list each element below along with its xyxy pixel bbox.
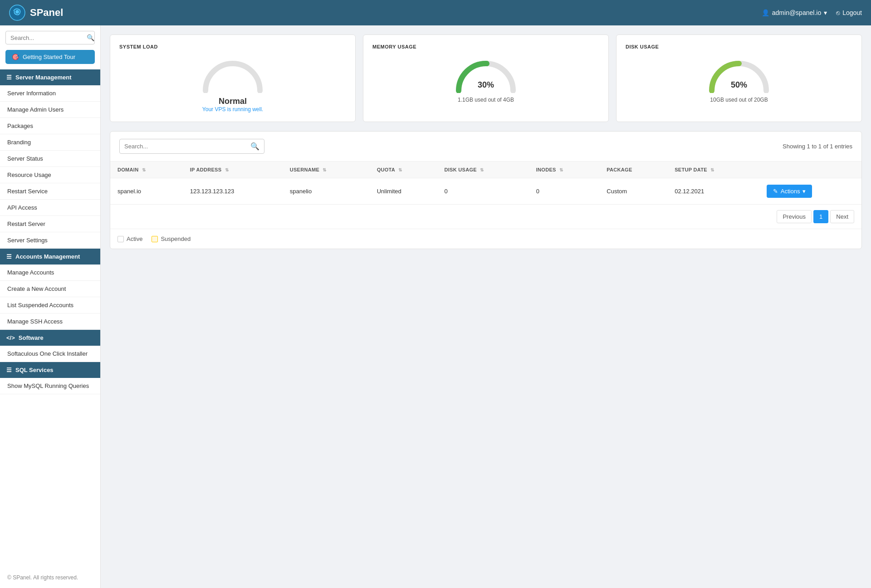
logout-button[interactable]: ⎋ Logout [836,9,862,16]
section-header-server-management: ☰ Server Management [0,69,100,85]
getting-started-icon: 🎯 [12,54,19,60]
cell-package: Custom [599,178,667,205]
table-header-row: DOMAIN ⇅ IP ADDRESS ⇅ USERNAME ⇅ QUOTA ⇅… [110,162,861,178]
sidebar-item-server-information[interactable]: Server Information [0,85,100,102]
actions-button[interactable]: ✎ Actions ▾ [767,185,812,198]
sidebar-search-icon: 🔍 [87,34,94,41]
memory-usage-sub: 1.1GB used out of 4GB [458,97,514,103]
table-search-icon: 🔍 [250,142,259,151]
actions-chevron-icon: ▾ [802,188,806,195]
sidebar-item-manage-accounts[interactable]: Manage Accounts [0,265,100,281]
sidebar-item-server-settings[interactable]: Server Settings [0,232,100,249]
getting-started-button[interactable]: 🎯 Getting Started Tour [5,50,95,64]
logout-label: Logout [842,9,862,16]
sidebar-item-softaculous[interactable]: Softaculous One Click Installer [0,346,100,362]
col-inodes: INODES ⇅ [529,162,600,178]
main-layout: 🔍 🎯 Getting Started Tour ☰ Server Manage… [0,25,871,588]
table-search-wrap: 🔍 [119,139,264,154]
sidebar: 🔍 🎯 Getting Started Tour ☰ Server Manage… [0,25,101,588]
legend-suspended-label: Suspended [161,235,191,242]
sidebar-footer: © SPanel. All rights reserved. [0,567,100,588]
user-email: admin@spanel.io [772,9,821,16]
sidebar-item-resource-usage[interactable]: Resource Usage [0,167,100,183]
col-actions [759,162,861,178]
sidebar-item-create-new-account[interactable]: Create a New Account [0,281,100,297]
svg-text:30%: 30% [478,80,494,89]
sort-icon-username[interactable]: ⇅ [323,167,326,172]
sidebar-item-branding[interactable]: Branding [0,134,100,151]
table-search-input[interactable] [124,143,250,150]
logout-icon: ⎋ [836,9,840,16]
content-area: SYSTEM LOAD Normal Your VPS is running w… [101,25,871,588]
cell-disk-usage: 0 [437,178,528,205]
cell-inodes: 0 [529,178,600,205]
sidebar-item-packages[interactable]: Packages [0,118,100,134]
sql-services-icon: ☰ [6,367,12,373]
sidebar-item-restart-server[interactable]: Restart Server [0,216,100,232]
page-1-button[interactable]: 1 [813,210,828,223]
sort-icon-inodes[interactable]: ⇅ [559,167,563,172]
section-label-server-management: Server Management [15,74,72,81]
sidebar-item-list-suspended-accounts[interactable]: List Suspended Accounts [0,297,100,314]
disk-usage-svg: 50% [707,57,771,93]
system-load-title: SYSTEM LOAD [119,44,346,49]
col-domain: DOMAIN ⇅ [110,162,183,178]
legend-suspended: Suspended [152,235,191,242]
svg-point-1 [15,10,19,14]
actions-edit-icon: ✎ [773,188,778,195]
sidebar-item-api-access[interactable]: API Access [0,200,100,216]
sidebar-search-input[interactable] [10,34,87,41]
cell-actions: ✎ Actions ▾ [759,178,861,205]
col-setup-date: SETUP DATE ⇅ [667,162,759,178]
table-row: spanel.io 123.123.123.123 spanelio Unlim… [110,178,861,205]
legend-active-label: Active [127,235,142,242]
section-header-sql-services: ☰ SQL Services [0,362,100,378]
disk-usage-sub: 10GB used out of 20GB [710,97,768,103]
sidebar-item-restart-service[interactable]: Restart Service [0,183,100,200]
sort-icon-domain[interactable]: ⇅ [142,167,146,172]
col-quota: QUOTA ⇅ [370,162,437,178]
next-page-button[interactable]: Next [830,210,854,223]
legend-active-box [117,236,124,242]
system-load-value: Normal [219,97,247,106]
system-load-card: SYSTEM LOAD Normal Your VPS is running w… [110,34,356,122]
section-label-accounts-management: Accounts Management [15,253,80,260]
cell-username: spanelio [283,178,370,205]
software-icon: </> [6,334,15,341]
sort-icon-setup[interactable]: ⇅ [710,167,714,172]
memory-usage-title: MEMORY USAGE [372,44,599,49]
section-header-software: </> Software [0,330,100,346]
logo: SPanel [9,5,63,21]
previous-page-button[interactable]: Previous [777,210,812,223]
sidebar-item-server-status[interactable]: Server Status [0,151,100,167]
sort-icon-quota[interactable]: ⇅ [398,167,402,172]
logo-icon [9,5,25,21]
accounts-table-card: 🔍 Showing 1 to 1 of 1 entries DOMAIN ⇅ I… [110,131,862,249]
showing-text: Showing 1 to 1 of 1 entries [783,143,852,150]
memory-usage-svg: 30% [454,57,518,93]
disk-usage-gauge: 50% 10GB used out of 20GB [626,57,852,103]
header: SPanel 👤 admin@spanel.io ▾ ⎋ Logout [0,0,871,25]
section-label-software: Software [19,334,44,341]
system-load-sub: Your VPS is running well. [202,106,263,113]
user-menu[interactable]: 👤 admin@spanel.io ▾ [762,9,827,16]
sidebar-item-manage-ssh-access[interactable]: Manage SSH Access [0,314,100,330]
sidebar-item-manage-admin-users[interactable]: Manage Admin Users [0,102,100,118]
accounts-table: DOMAIN ⇅ IP ADDRESS ⇅ USERNAME ⇅ QUOTA ⇅… [110,162,861,204]
sort-icon-disk[interactable]: ⇅ [480,167,484,172]
table-toolbar: 🔍 Showing 1 to 1 of 1 entries [110,132,861,162]
legend-row: Active Suspended [110,229,861,249]
section-header-accounts-management: ☰ Accounts Management [0,249,100,265]
system-load-gauge: Normal Your VPS is running well. [119,57,346,113]
header-right: 👤 admin@spanel.io ▾ ⎋ Logout [762,9,862,16]
col-package: PACKAGE [599,162,667,178]
sidebar-item-show-mysql-queries[interactable]: Show MySQL Running Queries [0,378,100,394]
memory-usage-card: MEMORY USAGE 30% 1.1GB used out of 4GB [363,34,609,122]
getting-started-label: Getting Started Tour [23,54,75,60]
cell-quota: Unlimited [370,178,437,205]
accounts-management-icon: ☰ [6,253,12,260]
sort-icon-ip[interactable]: ⇅ [225,167,229,172]
system-load-svg [201,57,264,93]
memory-usage-gauge: 30% 1.1GB used out of 4GB [372,57,599,103]
actions-label: Actions [781,188,800,195]
